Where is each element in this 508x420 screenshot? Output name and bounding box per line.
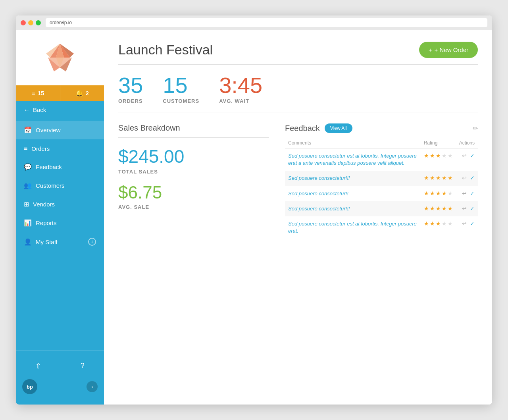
- reply-button[interactable]: ↩: [462, 205, 467, 212]
- avatar: bp: [22, 379, 37, 394]
- feedback-actions: ↩✓: [456, 148, 478, 171]
- badges-bar: ≡ 15 🔔 2: [16, 85, 104, 101]
- sidebar-item-orders-label: Orders: [31, 145, 50, 152]
- user-menu-button[interactable]: ›: [87, 381, 98, 392]
- sidebar-item-staff-label: My Staff: [36, 239, 58, 245]
- approve-button[interactable]: ✓: [470, 152, 475, 159]
- bell-icon: 🔔: [75, 89, 83, 97]
- feedback-row: Sed posuere consectetur est at lobortis.…: [285, 216, 478, 239]
- feedback-rating: ★★★★★: [421, 216, 456, 239]
- logo-area: [16, 30, 104, 85]
- feedback-comment: Sed posuere consectetur!!!: [285, 171, 421, 186]
- approve-button[interactable]: ✓: [470, 205, 475, 212]
- orders-badge[interactable]: ≡ 15: [16, 85, 60, 101]
- header-divider: [118, 64, 478, 65]
- customers-stat: 15 CUSTOMERS: [163, 74, 199, 104]
- url-text: ordervip.io: [50, 20, 72, 25]
- feedback-comment: Sed posuere consectetur!!!: [285, 201, 421, 216]
- new-order-label: + New Order: [435, 46, 468, 53]
- comments-col-header: Comments: [285, 138, 421, 148]
- approve-button[interactable]: ✓: [470, 175, 475, 181]
- orders-value: 35: [118, 74, 143, 96]
- stats-row: 35 ORDERS 15 CUSTOMERS 3:45 AVG. WAIT: [118, 74, 478, 104]
- customers-value: 15: [163, 74, 199, 96]
- approve-button[interactable]: ✓: [470, 190, 475, 197]
- avg-sale-value: $6.75: [118, 183, 269, 202]
- grid-icon: ⊞: [24, 200, 29, 208]
- sidebar-item-overview[interactable]: 📅 Overview: [16, 121, 104, 139]
- notifications-badge[interactable]: 🔔 2: [60, 85, 104, 101]
- feedback-actions: ↩✓: [456, 186, 478, 201]
- feedback-rating: ★★★★★: [421, 148, 456, 171]
- back-button[interactable]: ← Back: [16, 101, 104, 119]
- feedback-section-title: Feedback: [285, 124, 320, 133]
- url-bar[interactable]: ordervip.io: [46, 18, 487, 27]
- back-arrow-icon: ←: [24, 106, 30, 113]
- minimize-button[interactable]: [28, 20, 33, 25]
- sidebar-item-staff[interactable]: 👤 My Staff +: [16, 232, 104, 251]
- reply-button[interactable]: ↩: [462, 220, 467, 227]
- add-staff-icon[interactable]: +: [88, 238, 96, 246]
- sidebar-item-feedback-label: Feedback: [36, 164, 62, 170]
- avg-sale-label: AVG. SALE: [118, 204, 269, 210]
- main-content: Launch Festival + + New Order 35 ORDERS …: [104, 30, 492, 405]
- feedback-rating: ★★★★★: [421, 186, 456, 201]
- feedback-header: Feedback View All ✏: [285, 123, 478, 133]
- reply-button[interactable]: ↩: [462, 152, 467, 159]
- stats-divider: [118, 112, 478, 112]
- reply-button[interactable]: ↩: [462, 175, 467, 181]
- sidebar: ≡ 15 🔔 2 ← Back 📅 Overview: [16, 30, 104, 405]
- bar-chart-icon: 📊: [24, 219, 32, 227]
- sidebar-item-overview-label: Overview: [36, 127, 61, 133]
- feedback-actions: ↩✓: [456, 216, 478, 239]
- feedback-rating: ★★★★★: [421, 201, 456, 216]
- reply-button[interactable]: ↩: [462, 190, 467, 197]
- calendar-icon: 📅: [24, 126, 32, 134]
- feedback-comment: Sed posuere consectetur est at lobortis.…: [285, 148, 421, 171]
- sidebar-item-customers[interactable]: 👥 Customers: [16, 176, 104, 195]
- app-body: ≡ 15 🔔 2 ← Back 📅 Overview: [16, 30, 492, 405]
- sidebar-item-vendors-label: Vendors: [33, 201, 55, 208]
- page-title: Launch Festival: [118, 42, 213, 58]
- content-columns: Sales Breakdown $245.00 TOTAL SALES $6.7…: [118, 123, 478, 239]
- avatar-initials: bp: [27, 384, 33, 390]
- app-window: ordervip.io: [16, 15, 492, 405]
- comment-icon: 💬: [24, 163, 32, 171]
- feedback-row: Sed posuere consectetur!!!★★★★★↩✓: [285, 201, 478, 216]
- share-icon[interactable]: ⇧: [31, 360, 45, 372]
- help-icon[interactable]: ?: [77, 360, 89, 372]
- titlebar: ordervip.io: [16, 15, 492, 30]
- orders-badge-icon: ≡: [31, 90, 35, 97]
- sales-section: Sales Breakdown $245.00 TOTAL SALES $6.7…: [118, 123, 269, 239]
- sales-divider: [118, 137, 269, 138]
- feedback-rating: ★★★★★: [421, 171, 456, 186]
- window-controls: [21, 20, 41, 25]
- sidebar-item-reports-label: Reports: [36, 220, 57, 226]
- sidebar-item-orders[interactable]: ≡ Orders: [16, 139, 104, 158]
- user-profile: bp ›: [16, 375, 104, 398]
- approve-button[interactable]: ✓: [470, 220, 475, 227]
- sidebar-actions: ⇧ ?: [16, 357, 104, 375]
- actions-col-header: Actions: [456, 138, 478, 148]
- edit-icon[interactable]: ✏: [473, 125, 478, 132]
- list-icon: ≡: [24, 145, 27, 152]
- feedback-section: Feedback View All ✏ Comments Rating Acti…: [285, 123, 478, 239]
- close-button[interactable]: [21, 20, 26, 25]
- logo-icon: [42, 42, 78, 73]
- customers-label: CUSTOMERS: [163, 98, 199, 104]
- avg-wait-value: 3:45: [219, 74, 262, 96]
- orders-label: ORDERS: [118, 98, 143, 104]
- feedback-actions: ↩✓: [456, 171, 478, 186]
- feedback-table: Comments Rating Actions Sed posuere cons…: [285, 138, 478, 239]
- view-all-button[interactable]: View All: [325, 123, 352, 133]
- feedback-actions: ↩✓: [456, 201, 478, 216]
- orders-badge-count: 15: [38, 90, 44, 96]
- sidebar-item-customers-label: Customers: [36, 182, 65, 189]
- new-order-button[interactable]: + + New Order: [419, 42, 478, 58]
- plus-icon: +: [429, 46, 432, 53]
- sidebar-item-feedback[interactable]: 💬 Feedback: [16, 158, 104, 176]
- sidebar-item-vendors[interactable]: ⊞ Vendors: [16, 195, 104, 214]
- sidebar-item-reports[interactable]: 📊 Reports: [16, 214, 104, 232]
- maximize-button[interactable]: [36, 20, 41, 25]
- feedback-comment: Sed posuere consectetur est at lobortis.…: [285, 216, 421, 239]
